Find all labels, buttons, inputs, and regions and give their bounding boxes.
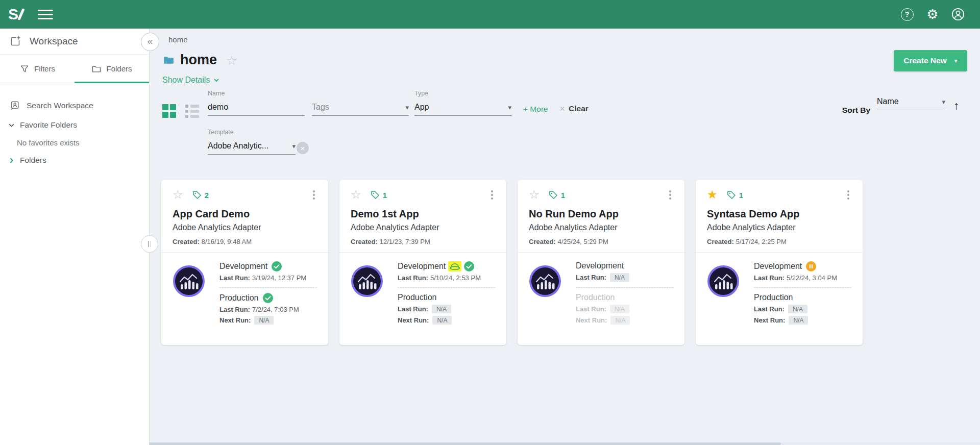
divider bbox=[576, 287, 673, 288]
sidebar-section-favorite-folders[interactable]: Favorite Folders bbox=[0, 116, 149, 134]
env-development: Development Last Run:5/22/24, 3:04 PM bbox=[754, 261, 851, 282]
app-avatar bbox=[173, 265, 205, 345]
card-created: Created:12/1/23, 7:39 PM bbox=[351, 238, 495, 245]
chevron-down-icon: ▾ bbox=[405, 104, 409, 111]
filter-type-field: Type App ▾ bbox=[414, 90, 511, 116]
tags-button[interactable]: 2 bbox=[192, 190, 209, 200]
tab-filters[interactable]: Filters bbox=[0, 55, 75, 83]
paused-icon bbox=[806, 261, 816, 271]
environments: Development Last Run:N/A Production Last… bbox=[576, 261, 673, 345]
breadcrumb[interactable]: home bbox=[168, 35, 188, 44]
sidebar-body: Search Workspace Favorite Folders No fav… bbox=[0, 83, 149, 169]
last-run-value: 5/10/24, 2:53 PM bbox=[430, 274, 481, 282]
sidebar-section-folders[interactable]: Folders bbox=[0, 151, 149, 169]
kebab-menu-icon[interactable] bbox=[489, 189, 495, 200]
grid-view-icon[interactable] bbox=[162, 104, 176, 118]
folder-blue-icon bbox=[162, 54, 175, 66]
divider bbox=[398, 287, 495, 288]
create-new-button[interactable]: Create New ▾ bbox=[894, 50, 967, 71]
favorite-star-icon[interactable]: ☆ bbox=[173, 189, 183, 201]
tab-folders[interactable]: Folders bbox=[75, 55, 149, 83]
syntasa-logo[interactable]: S bbox=[8, 7, 22, 21]
menu-icon[interactable] bbox=[37, 8, 54, 21]
search-workspace[interactable]: Search Workspace bbox=[0, 95, 149, 116]
environments: Development Last Run:3/19/24, 12:37 PM P… bbox=[219, 261, 317, 345]
favorite-star-icon[interactable]: ☆ bbox=[351, 189, 361, 201]
sidebar-resize-handle[interactable] bbox=[141, 235, 158, 253]
sidebar-header: Workspace bbox=[0, 29, 149, 55]
favorite-star-icon[interactable]: ★ bbox=[707, 189, 718, 201]
search-workspace-label: Search Workspace bbox=[27, 101, 93, 110]
tags-button[interactable]: 1 bbox=[370, 190, 387, 200]
app-cards-grid: ☆ 2 App Card Demo Adobe Analytics Adapte… bbox=[161, 180, 863, 345]
sidebar-collapse-icon[interactable]: « bbox=[141, 33, 159, 51]
clear-filters-button[interactable]: × Clear bbox=[559, 104, 589, 113]
env-name: Production bbox=[576, 293, 615, 302]
env-development: Development Last Run:3/19/24, 12:37 PM bbox=[219, 261, 317, 282]
main-content: « home home ☆ Show Details Create New ▾ bbox=[150, 29, 980, 445]
template-clear-icon[interactable]: × bbox=[297, 142, 309, 154]
card-title: No Run Demo App bbox=[529, 208, 673, 220]
chevron-down-icon: ▾ bbox=[942, 98, 945, 106]
app-card[interactable]: ☆ 1 Demo 1st App Adobe Analytics Adapter… bbox=[339, 180, 506, 345]
filter-name-label: Name bbox=[208, 90, 305, 98]
app-card[interactable]: ☆ 2 App Card Demo Adobe Analytics Adapte… bbox=[161, 180, 328, 345]
env-production-disabled: Production Last Run:N/A Next Run:N/A bbox=[576, 293, 673, 325]
construction-hat-highlight bbox=[448, 261, 461, 271]
favorite-page-star-icon[interactable]: ☆ bbox=[226, 54, 237, 68]
env-production: Production Last Run:N/A Next Run:N/A bbox=[754, 293, 851, 325]
env-name: Production bbox=[398, 293, 437, 302]
sort-by-select[interactable]: Name bbox=[877, 97, 939, 106]
topbar-actions: ? ⚙ bbox=[899, 7, 970, 22]
card-created: Created:4/25/24, 5:29 PM bbox=[529, 238, 673, 245]
account-icon[interactable] bbox=[950, 7, 966, 22]
card-title: App Card Demo bbox=[173, 208, 317, 220]
env-development: Development Last Run:5/10/24, 2:53 PM bbox=[398, 261, 495, 282]
kebab-menu-icon[interactable] bbox=[667, 189, 673, 200]
app-avatar bbox=[351, 265, 383, 345]
close-icon: × bbox=[559, 105, 565, 113]
app-card[interactable]: ☆ 1 No Run Demo App Adobe Analytics Adap… bbox=[518, 180, 684, 345]
tags-button[interactable]: 1 bbox=[726, 190, 743, 200]
chevron-right-icon bbox=[8, 157, 15, 164]
last-run-value: 3/19/24, 12:37 PM bbox=[252, 274, 306, 282]
name-filter-input[interactable] bbox=[208, 103, 305, 112]
last-run-na-chip: N/A bbox=[788, 305, 807, 313]
next-run-na-chip: N/A bbox=[432, 316, 452, 325]
env-name: Development bbox=[754, 262, 802, 271]
tags-button[interactable]: 1 bbox=[548, 190, 565, 200]
sort-direction-ascending-icon[interactable]: ↑ bbox=[953, 99, 960, 113]
app-root: S ? ⚙ bbox=[0, 0, 980, 445]
success-check-icon bbox=[272, 261, 282, 271]
page-title-row: home ☆ bbox=[162, 52, 237, 68]
template-filter-select[interactable]: Adobe Analytic... bbox=[208, 141, 289, 151]
settings-gear-icon[interactable]: ⚙ bbox=[925, 7, 940, 22]
kebab-menu-icon[interactable] bbox=[845, 189, 851, 200]
help-icon[interactable]: ? bbox=[899, 7, 915, 22]
logo-text: S bbox=[8, 7, 18, 21]
sort-by-field: Name ▾ bbox=[877, 92, 945, 110]
tags-filter-select[interactable]: Tags bbox=[312, 103, 402, 112]
card-title: Syntasa Demo App bbox=[707, 208, 851, 220]
tag-icon bbox=[548, 190, 558, 200]
tag-icon bbox=[370, 190, 380, 200]
favorite-star-icon[interactable]: ☆ bbox=[529, 189, 540, 201]
show-details-link[interactable]: Show Details bbox=[162, 76, 219, 85]
filter-name-field: Name bbox=[208, 90, 305, 116]
chevron-down-icon: ▾ bbox=[292, 142, 296, 150]
environments: Development Last Run:5/10/24, 2:53 PM bbox=[398, 261, 495, 345]
list-view-icon[interactable] bbox=[185, 104, 199, 118]
filter-funnel-icon bbox=[19, 64, 30, 74]
env-name: Development bbox=[398, 262, 446, 271]
kebab-menu-icon[interactable] bbox=[311, 189, 317, 200]
card-subtitle: Adobe Analytics Adapter bbox=[173, 223, 317, 232]
sort-by-label: Sort By bbox=[842, 106, 870, 115]
app-card[interactable]: ★ 1 Syntasa Demo App Adobe Analytics Ada… bbox=[696, 180, 863, 345]
more-filters-button[interactable]: + More bbox=[523, 105, 548, 114]
chevron-down-icon bbox=[213, 77, 219, 83]
tab-folders-label: Folders bbox=[106, 64, 132, 73]
top-bar: S ? ⚙ bbox=[0, 0, 980, 29]
app-avatar bbox=[529, 265, 561, 345]
type-filter-select[interactable]: App bbox=[414, 103, 505, 112]
last-run-na-chip: N/A bbox=[432, 305, 451, 313]
